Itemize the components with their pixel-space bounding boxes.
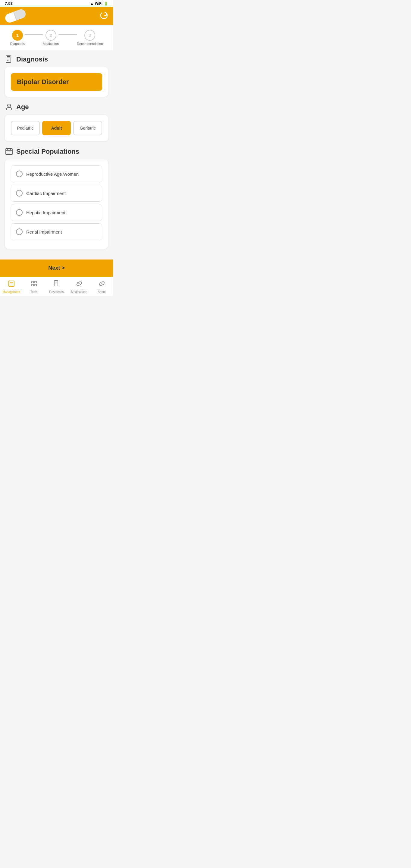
svg-rect-20 <box>35 284 36 286</box>
nav-about[interactable]: About <box>90 277 113 296</box>
tools-icon <box>30 280 38 289</box>
svg-rect-18 <box>35 281 36 283</box>
svg-rect-17 <box>32 281 33 283</box>
radio-cardiac-impairment <box>16 190 23 196</box>
population-hepatic-impairment[interactable]: Hepatic Impairment <box>11 204 102 221</box>
radio-hepatic-impairment <box>16 209 23 216</box>
status-time: 7:53 <box>5 1 13 6</box>
stepper: 1 Diagnosis 2 Medication 3 Recommendatio… <box>0 25 113 50</box>
svg-line-28 <box>100 282 104 285</box>
population-renal-impairment-label: Renal Impairment <box>26 229 62 235</box>
nav-medications[interactable]: Medications <box>68 277 90 296</box>
app-logo <box>4 8 27 24</box>
age-section-header: Age <box>5 103 108 111</box>
resources-icon <box>53 280 60 289</box>
svg-rect-13 <box>9 281 14 286</box>
nav-resources-label: Resources <box>50 290 64 293</box>
svg-rect-21 <box>54 281 58 286</box>
svg-rect-7 <box>6 149 12 155</box>
step-circle-2: 2 <box>45 30 56 41</box>
about-icon <box>98 280 105 289</box>
diagnosis-value: Bipolar Disorder <box>17 78 69 86</box>
step-circle-3: 3 <box>84 30 95 41</box>
diagnosis-icon <box>5 55 13 64</box>
step-line-1 <box>25 34 43 35</box>
population-reproductive-age-women[interactable]: Reproductive Age Women <box>11 165 102 182</box>
age-adult-button[interactable]: Adult <box>42 121 71 135</box>
medications-icon <box>76 280 83 289</box>
svg-rect-19 <box>32 284 33 286</box>
step-circle-1: 1 <box>12 30 23 41</box>
population-renal-impairment[interactable]: Renal Impairment <box>11 223 102 240</box>
nav-management[interactable]: Management <box>0 277 23 296</box>
status-bar: 7:53 ▲ WiFi 🔋 <box>0 0 113 7</box>
refresh-button[interactable] <box>100 11 108 21</box>
population-reproductive-age-women-label: Reproductive Age Women <box>26 172 78 177</box>
age-geriatric-button[interactable]: Geriatric <box>73 121 102 135</box>
age-card: Pediatric Adult Geriatric <box>5 115 108 141</box>
nav-tools-label: Tools <box>30 290 37 293</box>
special-populations-section-header: Special Populations <box>5 147 108 156</box>
status-icons: ▲ WiFi 🔋 <box>90 1 108 6</box>
nav-about-label: About <box>98 290 105 293</box>
app-header <box>0 7 113 25</box>
management-icon <box>8 280 15 289</box>
special-populations-card: Reproductive Age Women Cardiac Impairmen… <box>5 159 108 249</box>
step-recommendation[interactable]: 3 Recommendation <box>77 30 103 45</box>
special-populations-icon <box>5 147 13 156</box>
diagnosis-section-title: Diagnosis <box>16 56 48 63</box>
radio-renal-impairment <box>16 228 23 235</box>
svg-point-6 <box>7 104 10 107</box>
diagnosis-section-header: Diagnosis <box>5 55 108 64</box>
next-button[interactable]: Next > <box>0 259 113 277</box>
population-cardiac-impairment-label: Cardiac Impairment <box>26 191 66 196</box>
step-diagnosis[interactable]: 1 Diagnosis <box>10 30 25 45</box>
age-section-title: Age <box>16 103 29 111</box>
age-pediatric-button[interactable]: Pediatric <box>11 121 40 135</box>
bottom-nav: Management Tools Resources <box>0 277 113 296</box>
nav-management-label: Management <box>2 290 20 293</box>
special-populations-section-title: Special Populations <box>16 148 79 156</box>
svg-line-26 <box>77 282 81 285</box>
svg-rect-5 <box>7 56 10 57</box>
age-buttons: Pediatric Adult Geriatric <box>11 121 102 135</box>
diagnosis-card: Bipolar Disorder <box>5 67 108 97</box>
step-line-2 <box>59 34 77 35</box>
step-medication[interactable]: 2 Medication <box>43 30 59 45</box>
nav-resources[interactable]: Resources <box>45 277 68 296</box>
population-hepatic-impairment-label: Hepatic Impairment <box>26 210 65 215</box>
nav-tools[interactable]: Tools <box>23 277 45 296</box>
diagnosis-badge: Bipolar Disorder <box>11 73 102 91</box>
radio-reproductive-age-women <box>16 170 23 177</box>
population-cardiac-impairment[interactable]: Cardiac Impairment <box>11 185 102 202</box>
nav-medications-label: Medications <box>71 290 87 293</box>
age-icon <box>5 103 13 111</box>
main-content: Diagnosis Bipolar Disorder Age Pediatric… <box>0 50 113 259</box>
